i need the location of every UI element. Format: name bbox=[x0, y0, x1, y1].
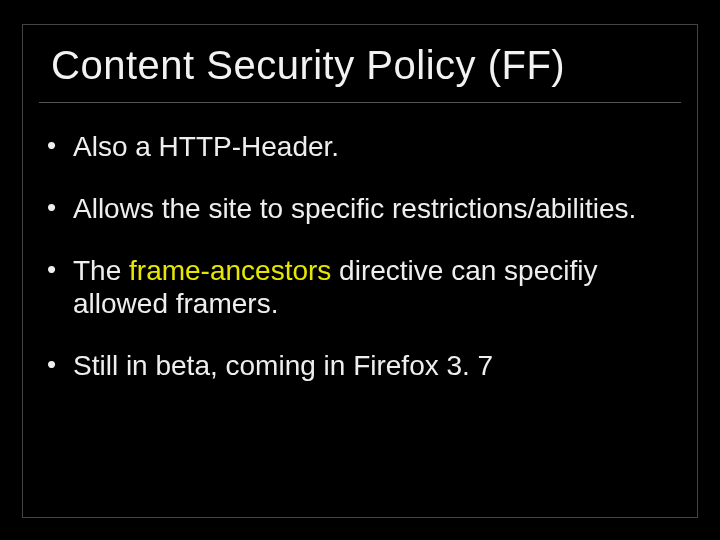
title-container: Content Security Policy (FF) bbox=[23, 25, 697, 102]
bullet-item: Still in beta, coming in Firefox 3. 7 bbox=[47, 350, 669, 382]
slide-frame: Content Security Policy (FF) Also a HTTP… bbox=[22, 24, 698, 518]
bullet-text: Still in beta, coming in Firefox 3. 7 bbox=[73, 350, 493, 381]
bullet-highlight: frame-ancestors bbox=[129, 255, 331, 286]
bullet-item: Allows the site to specific restrictions… bbox=[47, 193, 669, 225]
bullet-text: Also a HTTP-Header. bbox=[73, 131, 339, 162]
slide: Content Security Policy (FF) Also a HTTP… bbox=[0, 0, 720, 540]
bullet-text-prefix: The bbox=[73, 255, 129, 286]
bullet-item: Also a HTTP-Header. bbox=[47, 131, 669, 163]
slide-title: Content Security Policy (FF) bbox=[51, 43, 669, 88]
bullet-text: Allows the site to specific restrictions… bbox=[73, 193, 636, 224]
bullet-item: The frame-ancestors directive can specif… bbox=[47, 255, 669, 319]
bullet-list: Also a HTTP-Header. Allows the site to s… bbox=[23, 103, 697, 382]
